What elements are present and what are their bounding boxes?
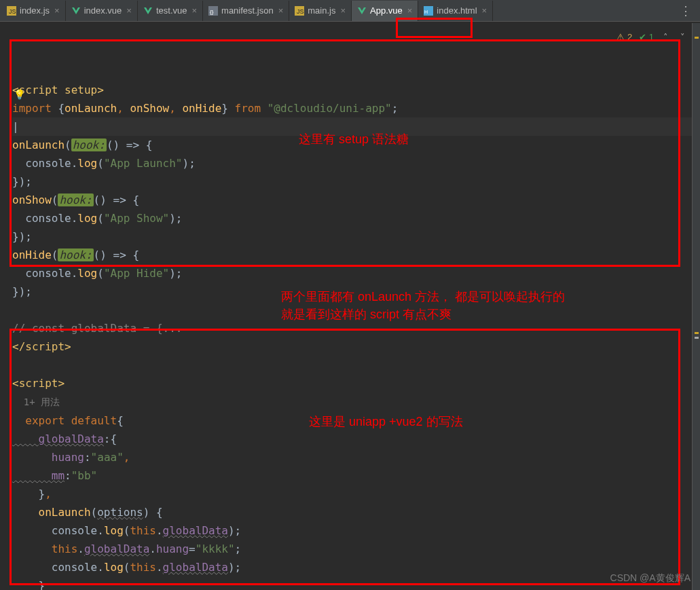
chevron-up-icon[interactable]: ˄	[661, 28, 671, 46]
code-token: (	[124, 561, 130, 574]
code-token: console	[12, 212, 71, 225]
code-token: ;	[25, 285, 32, 298]
code-token: onLaunch	[65, 102, 117, 115]
code-token: export	[12, 414, 71, 427]
gutter-warning-marker[interactable]	[695, 37, 699, 39]
code-comment: // const globalData = {...	[12, 322, 182, 335]
close-icon[interactable]: ×	[53, 5, 61, 16]
code-token: =>	[113, 248, 126, 261]
tab-main-js[interactable]: JS main.js ×	[289, 1, 352, 21]
code-token: )	[19, 285, 26, 298]
tab-label: index.html	[437, 5, 477, 16]
code-token: </	[12, 340, 25, 353]
close-icon[interactable]: ×	[190, 5, 198, 16]
code-token: ,	[124, 451, 130, 464]
intention-bulb-icon[interactable]: 💡	[14, 86, 25, 104]
code-token: )	[182, 157, 189, 170]
code-token: (	[97, 212, 104, 225]
close-icon[interactable]: ×	[277, 5, 285, 16]
code-token: =>	[126, 139, 139, 151]
code-token: >	[65, 340, 71, 353]
gutter-warning-marker[interactable]	[695, 332, 699, 334]
warning-icon[interactable]: ⚠ 2	[616, 28, 632, 46]
check-icon[interactable]: ✔ 1	[639, 28, 654, 46]
code-token: ;	[235, 524, 242, 537]
code-token: "kkkk"	[196, 542, 235, 555]
code-token: ;	[176, 212, 183, 225]
gutter-marker[interactable]	[695, 337, 699, 339]
code-token: log	[77, 267, 97, 280]
code-token: >	[58, 377, 65, 390]
code-editor[interactable]: ⚠ 2 ✔ 1 ˄ ˅ <script setup> import {onLau…	[0, 22, 700, 590]
tab-label: index.js	[20, 5, 50, 16]
right-gutter[interactable]	[692, 23, 700, 590]
tab-label: test.vue	[156, 5, 187, 16]
code-token: <	[12, 377, 19, 390]
usages-inlay[interactable]: 1+ 用法	[12, 397, 60, 407]
code-token: script	[25, 340, 65, 353]
tab-app-vue[interactable]: App.vue ×	[352, 1, 418, 21]
code-token: from	[228, 102, 268, 115]
tab-bar: JS index.js × index.vue × test.vue × {} …	[0, 0, 700, 22]
code-token: .	[71, 212, 78, 225]
code-token: console	[12, 524, 97, 537]
chevron-down-icon[interactable]: ˅	[678, 28, 688, 46]
code-token: "aaa"	[91, 451, 124, 464]
code-token: globalData	[84, 542, 149, 555]
code-token: .	[156, 561, 163, 574]
code-token: }	[12, 175, 19, 188]
tab-label: App.vue	[370, 5, 403, 16]
code-token: console	[12, 157, 71, 170]
tabs-overflow-icon[interactable]: ⋮	[671, 3, 700, 18]
code-token: onLaunch	[12, 506, 91, 519]
code-token: :	[104, 432, 111, 445]
parameter-hint: hook:	[58, 193, 93, 206]
code-token: )	[143, 506, 150, 519]
code-token: )	[169, 212, 176, 225]
code-token: script	[19, 377, 58, 390]
code-token: default	[71, 414, 117, 427]
code-token: onHide	[182, 102, 221, 115]
code-token: .	[77, 542, 84, 555]
tab-index-vue[interactable]: index.vue ×	[66, 1, 138, 21]
code-token: onShow	[130, 102, 169, 115]
code-token: }	[12, 285, 19, 298]
vue-icon	[357, 6, 367, 16]
close-icon[interactable]: ×	[125, 5, 133, 16]
code-token: ()	[107, 139, 126, 151]
code-token: ;	[176, 267, 183, 280]
code-token: {	[139, 139, 152, 151]
tab-manifest-json[interactable]: {} manifest.json ×	[203, 1, 289, 21]
svg-text:JS: JS	[9, 8, 16, 15]
code-token: .	[71, 157, 78, 170]
code-token: .	[156, 524, 163, 537]
code-token: {	[126, 248, 139, 261]
code-token: )	[169, 267, 176, 280]
code-token: globalData	[163, 561, 228, 574]
code-token: "App Hide"	[104, 267, 169, 280]
tab-index-html[interactable]: H index.html ×	[418, 1, 493, 21]
code-token: log	[104, 524, 124, 537]
tab-test-vue[interactable]: test.vue ×	[138, 1, 203, 21]
code-token: ()	[94, 193, 113, 206]
code-token: )	[19, 175, 26, 188]
code-token: .	[97, 561, 104, 574]
close-icon[interactable]: ×	[406, 5, 414, 16]
close-icon[interactable]: ×	[481, 5, 489, 16]
code-token: onHide	[12, 248, 52, 261]
svg-text:H: H	[424, 10, 428, 14]
svg-text:JS: JS	[297, 8, 304, 15]
svg-text:{}: {}	[210, 9, 214, 15]
code-token: (	[97, 157, 104, 170]
inspection-status: ⚠ 2 ✔ 1 ˄ ˅	[616, 28, 688, 46]
code-token: }	[12, 230, 19, 243]
html-icon: H	[424, 6, 433, 16]
code-token: onLaunch	[12, 139, 65, 151]
code-token: "bb"	[71, 469, 98, 482]
code-token: )	[19, 230, 26, 243]
code-token: (	[97, 267, 104, 280]
tab-index-js[interactable]: JS index.js ×	[1, 1, 66, 21]
close-icon[interactable]: ×	[339, 5, 347, 16]
code-token: .	[71, 267, 78, 280]
code-token: >	[97, 84, 104, 96]
